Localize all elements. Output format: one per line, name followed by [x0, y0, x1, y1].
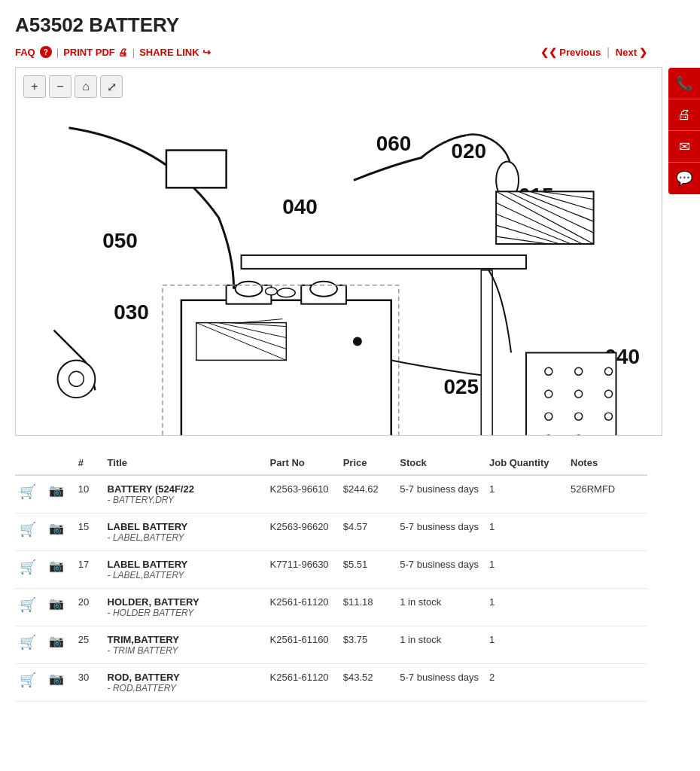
part-partno-1: K2563-96620	[266, 513, 339, 551]
table-body: 🛒 📷 10 BATTERY (524F/22 - BATTERY,DRY K2…	[15, 475, 647, 702]
part-price-1: $4.57	[339, 513, 396, 551]
zoom-in-button[interactable]: +	[23, 75, 46, 98]
part-subtitle-1: - LABEL,BATTERY	[108, 532, 261, 543]
part-title-text-0: BATTERY (524F/22	[108, 483, 261, 495]
previous-button[interactable]: ❮ Previous	[540, 47, 601, 58]
part-title-2: LABEL BATTERY - LABEL,BATTERY	[103, 551, 266, 589]
add-to-cart-icon[interactable]: 🛒	[20, 672, 36, 687]
header-qty: Job Quantity	[485, 451, 566, 475]
fullscreen-button[interactable]: ⤢	[100, 75, 123, 98]
add-to-cart-icon[interactable]: 🛒	[20, 597, 36, 612]
photo-cell-0[interactable]: 📷	[44, 475, 74, 513]
part-partno-0: K2563-96610	[266, 475, 339, 513]
svg-text:025: 025	[443, 375, 479, 398]
part-subtitle-3: - HOLDER BATTERY	[108, 608, 261, 618]
camera-icon[interactable]: 📷	[49, 484, 64, 497]
cart-cell-0[interactable]: 🛒	[15, 475, 44, 513]
cart-cell-5[interactable]: 🛒	[15, 664, 44, 702]
home-button[interactable]: ⌂	[75, 75, 97, 98]
svg-text:030: 030	[114, 300, 149, 324]
faq-info-icon: ?	[40, 46, 52, 58]
photo-cell-4[interactable]: 📷	[44, 626, 74, 664]
print-label: PRINT PDF	[63, 47, 115, 58]
cart-cell-2[interactable]: 🛒	[15, 551, 44, 589]
part-stock-2: 5-7 business days	[395, 551, 485, 589]
share-link[interactable]: SHARE LINK ↪	[139, 47, 210, 58]
header-num: #	[74, 451, 103, 475]
cart-cell-4[interactable]: 🛒	[15, 626, 44, 664]
nav-sep: |	[607, 46, 610, 58]
diagram-controls: + − ⌂ ⤢	[23, 75, 123, 98]
zoom-out-button[interactable]: −	[49, 75, 72, 98]
svg-rect-36	[166, 151, 227, 188]
part-title-text-5: ROD, BATTERY	[108, 672, 261, 683]
part-num-0: 10	[74, 475, 103, 513]
part-notes-0: 526RMFD	[566, 475, 647, 513]
header-stock: Stock	[395, 451, 485, 475]
header-cart	[15, 451, 44, 475]
sep-2: |	[132, 47, 135, 58]
table-header: # Title Part No Price Stock Job Quantity…	[15, 451, 647, 475]
cart-cell-3[interactable]: 🛒	[15, 589, 44, 626]
part-title-3: HOLDER, BATTERY - HOLDER BATTERY	[103, 589, 266, 626]
part-partno-2: K7711-96630	[266, 551, 339, 589]
photo-cell-1[interactable]: 📷	[44, 513, 74, 551]
header-photo	[44, 451, 74, 475]
toolbar-right: ❮ Previous | Next ❯	[540, 46, 647, 58]
toolbar-left: FAQ ? | PRINT PDF 🖨 | SHARE LINK ↪	[15, 46, 211, 58]
page-title: A53502 BATTERY	[15, 14, 647, 37]
part-notes-3	[566, 589, 647, 626]
cart-cell-1[interactable]: 🛒	[15, 513, 44, 551]
mail-icon[interactable]: ✉	[668, 131, 700, 163]
prev-label: Previous	[559, 47, 601, 58]
part-stock-4: 1 in stock	[395, 626, 485, 664]
part-notes-4	[566, 626, 647, 664]
table-row: 🛒 📷 15 LABEL BATTERY - LABEL,BATTERY K25…	[15, 513, 647, 551]
add-to-cart-icon[interactable]: 🛒	[20, 484, 36, 499]
table-row: 🛒 📷 25 TRIM,BATTERY - TRIM BATTERY K2561…	[15, 626, 647, 664]
part-subtitle-4: - TRIM BATTERY	[108, 645, 261, 656]
print-sidebar-icon[interactable]: 🖨	[668, 99, 700, 131]
svg-rect-24	[526, 352, 616, 435]
photo-cell-3[interactable]: 📷	[44, 589, 74, 626]
photo-cell-5[interactable]: 📷	[44, 664, 74, 702]
camera-icon[interactable]: 📷	[49, 597, 64, 610]
svg-text:040: 040	[282, 195, 318, 218]
part-title-text-2: LABEL BATTERY	[108, 559, 261, 570]
next-label: Next	[616, 47, 637, 58]
table-row: 🛒 📷 20 HOLDER, BATTERY - HOLDER BATTERY …	[15, 589, 647, 626]
part-price-4: $3.75	[339, 626, 396, 664]
header-partno: Part No	[266, 451, 339, 475]
part-qty-0: 1	[485, 475, 566, 513]
part-subtitle-2: - LABEL,BATTERY	[108, 570, 261, 581]
svg-point-22	[277, 288, 295, 297]
photo-cell-2[interactable]: 📷	[44, 551, 74, 589]
camera-icon[interactable]: 📷	[49, 635, 64, 648]
add-to-cart-icon[interactable]: 🛒	[20, 635, 36, 650]
print-pdf-link[interactable]: PRINT PDF 🖨	[63, 47, 128, 58]
part-price-3: $11.18	[339, 589, 396, 626]
part-qty-1: 1	[485, 513, 566, 551]
phone-icon[interactable]: 📞	[668, 68, 700, 99]
diagram-svg: 060 020 015 040 050 030 025 017 040	[16, 68, 662, 435]
add-to-cart-icon[interactable]: 🛒	[20, 522, 36, 537]
part-price-5: $43.52	[339, 664, 396, 702]
share-icon: ↪	[202, 47, 211, 58]
part-qty-5: 2	[485, 664, 566, 702]
faq-link[interactable]: FAQ ?	[15, 46, 52, 58]
camera-icon[interactable]: 📷	[49, 522, 64, 535]
part-qty-2: 1	[485, 551, 566, 589]
part-title-5: ROD, BATTERY - ROD,BATTERY	[103, 664, 266, 702]
part-title-1: LABEL BATTERY - LABEL,BATTERY	[103, 513, 266, 551]
header-notes: Notes	[566, 451, 647, 475]
camera-icon[interactable]: 📷	[49, 672, 64, 685]
camera-icon[interactable]: 📷	[49, 559, 64, 572]
part-subtitle-5: - ROD,BATTERY	[108, 683, 261, 693]
table-row: 🛒 📷 10 BATTERY (524F/22 - BATTERY,DRY K2…	[15, 475, 647, 513]
comment-icon[interactable]: 💬	[668, 163, 700, 194]
parts-table: # Title Part No Price Stock Job Quantity…	[15, 451, 647, 702]
next-button[interactable]: Next ❯	[616, 47, 647, 58]
add-to-cart-icon[interactable]: 🛒	[20, 559, 36, 574]
part-stock-3: 1 in stock	[395, 589, 485, 626]
part-subtitle-0: - BATTERY,DRY	[108, 495, 261, 505]
